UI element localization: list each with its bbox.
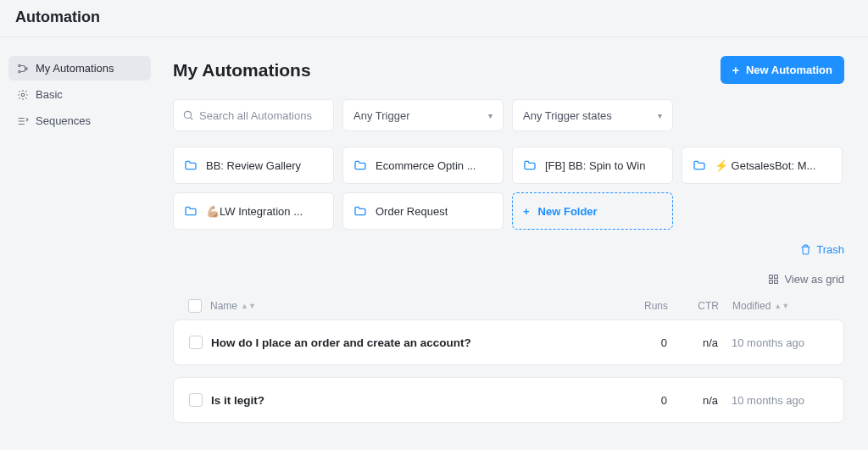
page-title: Automation [15, 8, 853, 26]
folder-item[interactable]: Order Request [342, 192, 504, 230]
basic-icon [17, 89, 29, 101]
select-all-checkbox[interactable] [188, 299, 202, 313]
row-runs: 0 [616, 336, 667, 349]
folder-item[interactable]: [FB] BB: Spin to Win [512, 147, 673, 184]
chevron-down-icon: ▾ [658, 111, 662, 120]
svg-rect-8 [770, 281, 773, 284]
sidebar-item-label: Sequences [36, 114, 91, 127]
folder-label: BB: Review Gallery [206, 159, 301, 172]
folder-icon [184, 158, 198, 172]
folder-item[interactable]: BB: Review Gallery [173, 147, 334, 184]
folder-label: 💪🏼LW Integration ... [206, 205, 303, 218]
folder-label: ⚡ GetsalesBot: M... [715, 159, 815, 172]
table-header: Name ▲▼ Runs CTR Modified ▲▼ [173, 292, 844, 319]
folder-label: [FB] BB: Spin to Win [545, 159, 646, 172]
sort-icon: ▲▼ [774, 302, 789, 310]
filter-trigger-dropdown[interactable]: Any Trigger ▾ [342, 99, 504, 131]
automations-table: Name ▲▼ Runs CTR Modified ▲▼ How do I pl… [173, 292, 844, 423]
search-input-wrapper[interactable] [173, 99, 334, 131]
folder-icon [353, 204, 367, 218]
row-name: Is it legit? [211, 394, 616, 407]
folder-label: Order Request [376, 205, 448, 218]
section-title: My Automations [173, 60, 311, 81]
grid-icon [768, 274, 779, 285]
page-header: Automation [0, 0, 868, 37]
sort-icon: ▲▼ [241, 302, 256, 310]
view-as-grid-label: View as grid [784, 273, 844, 286]
folder-item[interactable]: 💪🏼LW Integration ... [173, 192, 334, 230]
sequences-icon [17, 115, 29, 127]
column-name[interactable]: Name ▲▼ [210, 300, 617, 312]
folder-icon [184, 204, 198, 218]
filter-states-label: Any Trigger states [523, 109, 612, 122]
svg-point-4 [184, 111, 191, 118]
svg-rect-9 [775, 281, 778, 284]
trash-button[interactable]: Trash [800, 243, 844, 256]
new-automation-label: New Automation [746, 64, 832, 76]
folder-item[interactable]: ⚡ GetsalesBot: M... [682, 147, 843, 184]
search-input[interactable] [199, 109, 325, 122]
sidebar-item-my-automations[interactable]: My Automations [8, 56, 151, 81]
plus-icon: + [732, 64, 739, 76]
svg-point-0 [19, 64, 20, 66]
view-as-grid-button[interactable]: View as grid [768, 273, 844, 286]
sidebar-item-label: My Automations [36, 62, 114, 75]
folder-item[interactable]: Ecommerce Optin ... [342, 147, 504, 184]
row-name: How do I place an order and create an ac… [211, 336, 616, 349]
svg-line-5 [191, 118, 193, 120]
column-runs: Runs [617, 300, 668, 312]
folder-label: Ecommerce Optin ... [376, 159, 476, 172]
filter-states-dropdown[interactable]: Any Trigger states ▾ [512, 99, 673, 131]
svg-point-1 [19, 70, 20, 72]
svg-rect-6 [770, 275, 773, 279]
new-folder-label: New Folder [538, 205, 598, 218]
column-modified[interactable]: Modified ▲▼ [719, 300, 829, 312]
new-automation-button[interactable]: + New Automation [721, 56, 844, 84]
row-runs: 0 [616, 394, 667, 407]
plus-icon: + [523, 205, 530, 218]
table-row[interactable]: Is it legit? 0 n/a 10 months ago [173, 377, 844, 423]
row-modified: 10 months ago [718, 336, 828, 349]
sidebar: My Automations Basic Sequences [0, 37, 159, 435]
sidebar-item-basic[interactable]: Basic [8, 82, 151, 107]
svg-rect-7 [775, 275, 778, 279]
folder-icon [353, 158, 367, 172]
row-modified: 10 months ago [718, 394, 828, 407]
search-icon [182, 109, 194, 121]
row-checkbox[interactable] [189, 393, 203, 407]
new-folder-button[interactable]: + New Folder [512, 192, 673, 230]
filter-trigger-label: Any Trigger [353, 109, 409, 122]
folder-icon [523, 158, 537, 172]
column-ctr: CTR [668, 300, 719, 312]
trash-icon [800, 244, 811, 255]
sidebar-item-label: Basic [36, 88, 63, 101]
row-ctr: n/a [667, 336, 718, 349]
row-checkbox[interactable] [189, 336, 203, 349]
flow-icon [17, 63, 29, 75]
main-content: My Automations + New Automation Any Trig… [159, 37, 868, 435]
sidebar-item-sequences[interactable]: Sequences [8, 108, 151, 133]
folders-row: BB: Review Gallery Ecommerce Optin ... [… [173, 147, 844, 230]
row-ctr: n/a [667, 394, 718, 407]
svg-point-3 [21, 93, 25, 97]
table-row[interactable]: How do I place an order and create an ac… [173, 319, 844, 365]
folder-icon [693, 158, 706, 172]
chevron-down-icon: ▾ [488, 111, 492, 120]
trash-label: Trash [816, 243, 844, 256]
